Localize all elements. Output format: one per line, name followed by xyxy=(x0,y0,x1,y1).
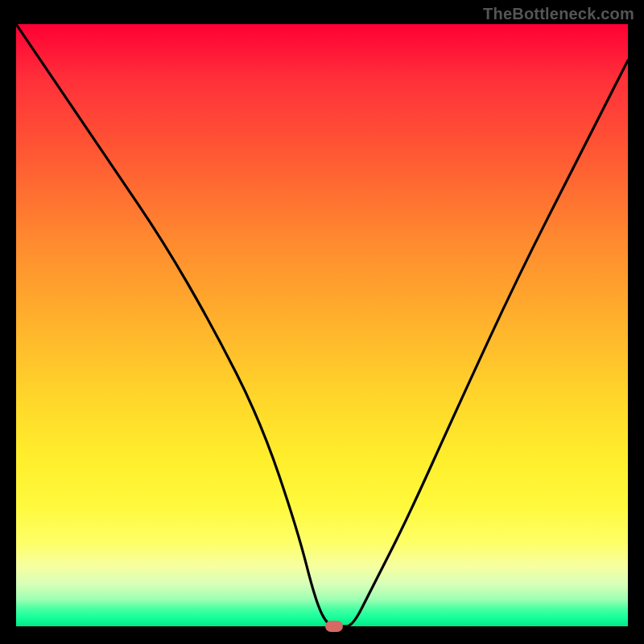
bottleneck-curve xyxy=(16,24,628,626)
watermark-text: TheBottleneck.com xyxy=(483,5,634,23)
chart-frame: TheBottleneck.com xyxy=(0,0,644,644)
optimum-marker xyxy=(325,621,343,632)
plot-area xyxy=(16,24,628,626)
